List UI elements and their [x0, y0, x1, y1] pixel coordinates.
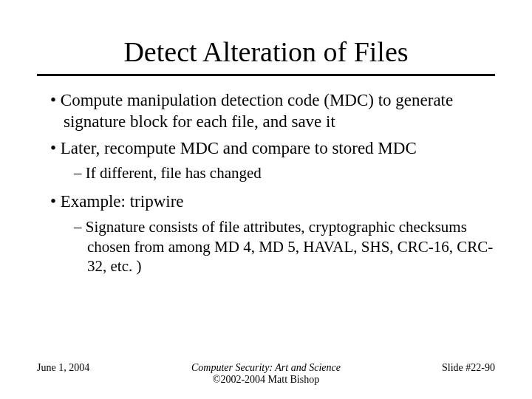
slide: Detect Alteration of Files Compute manip…	[0, 0, 532, 399]
bullet-list: Compute manipulation detection code (MDC…	[37, 89, 495, 276]
bullet-item: Later, recompute MDC and compare to stor…	[50, 137, 495, 159]
sub-bullet-item: Signature consists of file attributes, c…	[74, 217, 495, 277]
slide-title: Detect Alteration of Files	[37, 35, 495, 68]
footer-copyright: ©2002-2004 Matt Bishop	[133, 374, 399, 386]
bullet-item: Example: tripwire	[50, 191, 495, 212]
sub-bullet-list: If different, file has changed	[50, 163, 495, 183]
sub-bullet-list: Signature consists of file attributes, c…	[50, 217, 495, 277]
footer-slide-number: Slide #22-90	[399, 362, 495, 374]
footer-center: Computer Security: Art and Science ©2002…	[133, 362, 399, 386]
sub-bullet-item: If different, file has changed	[74, 163, 495, 183]
title-rule	[37, 74, 495, 76]
footer-book-title: Computer Security: Art and Science	[191, 362, 341, 373]
footer-date: June 1, 2004	[37, 362, 133, 374]
footer: June 1, 2004 Computer Security: Art and …	[37, 362, 495, 386]
bullet-item: Compute manipulation detection code (MDC…	[50, 89, 495, 133]
